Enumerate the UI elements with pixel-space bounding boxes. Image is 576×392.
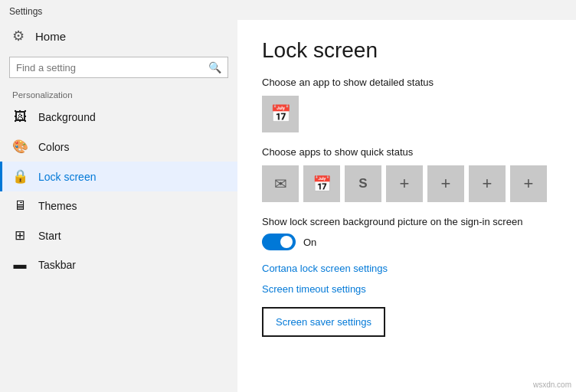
detailed-app-buttons: 📅 xyxy=(262,96,551,132)
content-area: Lock screen Choose an app to show detail… xyxy=(237,20,576,392)
sign-in-toggle[interactable] xyxy=(262,234,296,250)
main-layout: ⚙ Home 🔍 Personalization 🖼 Background 🎨 … xyxy=(0,20,576,392)
quick-app-plus3-btn[interactable]: + xyxy=(469,165,506,202)
quick-status-label: Choose apps to show quick status xyxy=(262,146,551,158)
sidebar-item-taskbar[interactable]: ▬ Taskbar xyxy=(0,250,237,279)
sign-in-section: Show lock screen background picture on t… xyxy=(262,216,551,250)
sidebar-item-colors[interactable]: 🎨 Colors xyxy=(0,132,237,162)
app-title: Settings xyxy=(9,6,42,17)
taskbar-icon: ▬ xyxy=(12,257,28,273)
sidebar-item-start-label: Start xyxy=(38,230,61,242)
quick-app-plus2-btn[interactable]: + xyxy=(427,165,464,202)
cortana-link[interactable]: Cortana lock screen settings xyxy=(262,263,551,274)
sidebar-item-lockscreen-label: Lock screen xyxy=(38,171,96,183)
sidebar-section-label: Personalization xyxy=(0,86,237,103)
sidebar-home-label: Home xyxy=(35,30,66,43)
sidebar-item-themes-label: Themes xyxy=(38,200,77,212)
sidebar-item-background-label: Background xyxy=(38,111,96,123)
search-input[interactable] xyxy=(16,62,208,74)
sidebar-item-taskbar-label: Taskbar xyxy=(38,259,76,271)
lockscreen-icon: 🔒 xyxy=(12,168,28,185)
detailed-status-label: Choose an app to show detailed status xyxy=(262,77,551,88)
sidebar-item-background[interactable]: 🖼 Background xyxy=(0,103,237,132)
sidebar-item-lockscreen[interactable]: 🔒 Lock screen xyxy=(0,162,237,191)
colors-icon: 🎨 xyxy=(12,139,28,155)
sidebar-item-themes[interactable]: 🖥 Themes xyxy=(0,191,237,220)
quick-app-skype-btn[interactable]: S xyxy=(345,165,381,202)
sidebar-item-start[interactable]: ⊞ Start xyxy=(0,220,237,250)
search-box: 🔍 xyxy=(9,57,228,78)
home-icon: ⚙ xyxy=(12,28,25,44)
background-icon: 🖼 xyxy=(12,109,28,125)
detailed-app-calendar-btn[interactable]: 📅 xyxy=(262,96,299,132)
toggle-row: On xyxy=(262,234,551,250)
timeout-link[interactable]: Screen timeout settings xyxy=(262,283,551,295)
title-bar: Settings xyxy=(0,0,576,20)
watermark: wsxdn.com xyxy=(533,381,571,389)
page-title: Lock screen xyxy=(262,38,551,63)
themes-icon: 🖥 xyxy=(12,198,28,214)
toggle-thumb xyxy=(280,236,293,248)
start-icon: ⊞ xyxy=(12,227,28,243)
quick-status-app-buttons: ✉ 📅 S + + + + xyxy=(262,165,551,202)
sidebar-item-colors-label: Colors xyxy=(38,141,69,153)
sidebar-item-home[interactable]: ⚙ Home xyxy=(0,20,237,52)
sidebar: ⚙ Home 🔍 Personalization 🖼 Background 🎨 … xyxy=(0,20,237,392)
quick-app-calendar-btn[interactable]: 📅 xyxy=(303,165,340,202)
quick-app-mail-btn[interactable]: ✉ xyxy=(262,165,299,202)
sign-in-label: Show lock screen background picture on t… xyxy=(262,216,551,227)
toggle-label: On xyxy=(303,237,316,248)
quick-app-plus4-btn[interactable]: + xyxy=(510,165,547,202)
toggle-track xyxy=(262,234,296,250)
quick-app-plus1-btn[interactable]: + xyxy=(386,165,423,202)
screensaver-link[interactable]: Screen saver settings xyxy=(262,307,385,337)
search-icon: 🔍 xyxy=(208,61,221,74)
